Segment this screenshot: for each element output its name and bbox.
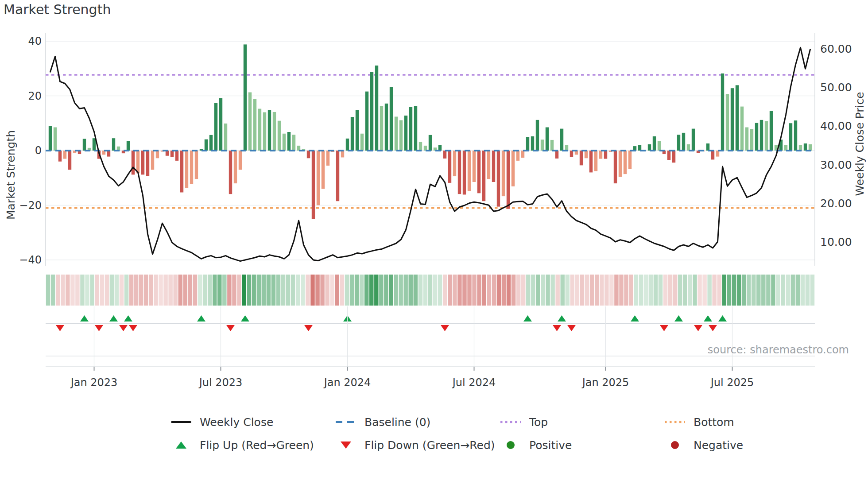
heat-cell bbox=[227, 275, 231, 306]
right-axis-title: Weekly Close Price bbox=[853, 46, 868, 241]
right-tick-label: 20.00 bbox=[820, 197, 852, 210]
legend-label: Negative bbox=[694, 439, 743, 452]
strength-bar bbox=[292, 135, 295, 151]
heat-cell bbox=[683, 275, 687, 306]
flip-up-marker bbox=[523, 315, 532, 321]
heat-cell bbox=[702, 275, 706, 306]
strength-bar bbox=[614, 151, 617, 183]
heat-cell bbox=[717, 275, 721, 306]
flip-up-marker bbox=[124, 315, 132, 321]
heat-cell bbox=[389, 275, 393, 306]
strength-bar bbox=[390, 87, 393, 151]
page-title: Market Strength bbox=[4, 2, 111, 17]
flip-down-marker bbox=[694, 325, 702, 331]
heat-cell bbox=[252, 275, 256, 306]
market-strength-chart: Jan 2023Jul 2023Jan 2024Jul 2024Jan 2025… bbox=[0, 0, 868, 488]
flip-up-marker bbox=[704, 315, 712, 321]
heat-cell bbox=[267, 275, 271, 306]
heat-cell bbox=[330, 275, 334, 306]
strength-bar bbox=[180, 151, 183, 192]
heat-cell bbox=[614, 275, 618, 306]
heat-cell bbox=[634, 275, 638, 306]
flip-down-marker bbox=[304, 325, 313, 331]
flip-up-marker bbox=[674, 315, 683, 321]
strength-bar bbox=[209, 135, 213, 151]
strength-bar bbox=[283, 134, 286, 151]
heat-cell bbox=[810, 275, 814, 306]
heat-cell bbox=[585, 275, 589, 306]
strength-bar bbox=[273, 112, 276, 151]
strength-bar bbox=[473, 151, 476, 182]
heat-cell bbox=[482, 275, 486, 306]
heat-cell bbox=[555, 275, 559, 306]
heat-cell bbox=[70, 275, 74, 306]
heat-cell bbox=[320, 275, 324, 306]
legend-label: Weekly Close bbox=[200, 416, 273, 429]
heat-cell bbox=[281, 275, 285, 306]
heat-cell bbox=[325, 275, 329, 306]
strength-bar bbox=[765, 121, 768, 151]
heat-cell bbox=[590, 275, 594, 306]
strength-bar bbox=[170, 151, 174, 157]
strength-bar bbox=[672, 151, 675, 163]
heat-cell bbox=[120, 275, 124, 306]
heat-cell bbox=[438, 275, 442, 306]
heat-cell bbox=[448, 275, 452, 306]
strength-bar bbox=[54, 128, 57, 151]
heat-cell bbox=[737, 275, 741, 306]
heat-cell bbox=[727, 275, 731, 306]
strength-bar bbox=[550, 140, 554, 151]
heat-cell bbox=[477, 275, 481, 306]
legend-positive: Positive bbox=[499, 438, 572, 453]
heat-cell bbox=[659, 275, 663, 306]
strength-bar bbox=[599, 151, 602, 159]
strength-bar bbox=[512, 151, 515, 186]
strength-bar bbox=[794, 120, 797, 151]
heat-cell bbox=[257, 275, 261, 306]
strength-bar bbox=[219, 98, 222, 151]
market-strength-dashboard: { "title": "Market Strength", "source": … bbox=[0, 0, 868, 488]
strength-bar bbox=[497, 151, 500, 207]
strength-bar bbox=[750, 129, 753, 151]
x-tick-label: Jan 2023 bbox=[70, 376, 118, 389]
heat-cell bbox=[766, 275, 770, 306]
heat-cell bbox=[654, 275, 658, 306]
strength-bar bbox=[112, 138, 115, 151]
heat-cell bbox=[149, 275, 153, 306]
strength-bar bbox=[570, 151, 573, 157]
heat-cell bbox=[502, 275, 506, 306]
flip-down-marker bbox=[119, 325, 128, 331]
strength-bar bbox=[268, 110, 271, 151]
heat-cell bbox=[247, 275, 251, 306]
flip-down-marker bbox=[567, 325, 576, 331]
legend-top: Top bbox=[499, 414, 548, 430]
heat-cell bbox=[360, 275, 364, 306]
heat-cell bbox=[781, 275, 785, 306]
heat-cell bbox=[232, 275, 236, 306]
legend-negative: Negative bbox=[663, 438, 743, 453]
strength-bar bbox=[507, 151, 510, 209]
heat-cell bbox=[66, 275, 70, 306]
strength-bar bbox=[224, 124, 227, 151]
strength-bar bbox=[516, 151, 519, 161]
strength-bar bbox=[214, 103, 217, 151]
heat-cell bbox=[355, 275, 359, 306]
heat-cell bbox=[786, 275, 790, 306]
heat-cell bbox=[801, 275, 805, 306]
strength-bar bbox=[146, 151, 149, 176]
legend-label: Top bbox=[529, 416, 548, 429]
strength-bar bbox=[477, 151, 480, 193]
heat-cell bbox=[678, 275, 682, 306]
heat-cell bbox=[85, 275, 89, 306]
right-tick-label: 10.00 bbox=[820, 236, 852, 248]
strength-bar bbox=[83, 139, 86, 151]
strength-bar bbox=[692, 129, 695, 151]
strength-bar bbox=[346, 139, 349, 151]
heat-cell bbox=[75, 275, 79, 306]
right-tick-label: 60.00 bbox=[820, 43, 852, 55]
heat-cell bbox=[609, 275, 613, 306]
strength-bar bbox=[526, 137, 529, 151]
baseline-dash-swatch bbox=[334, 419, 357, 425]
legend-bottom: Bottom bbox=[663, 414, 734, 430]
heat-cell bbox=[315, 275, 319, 306]
